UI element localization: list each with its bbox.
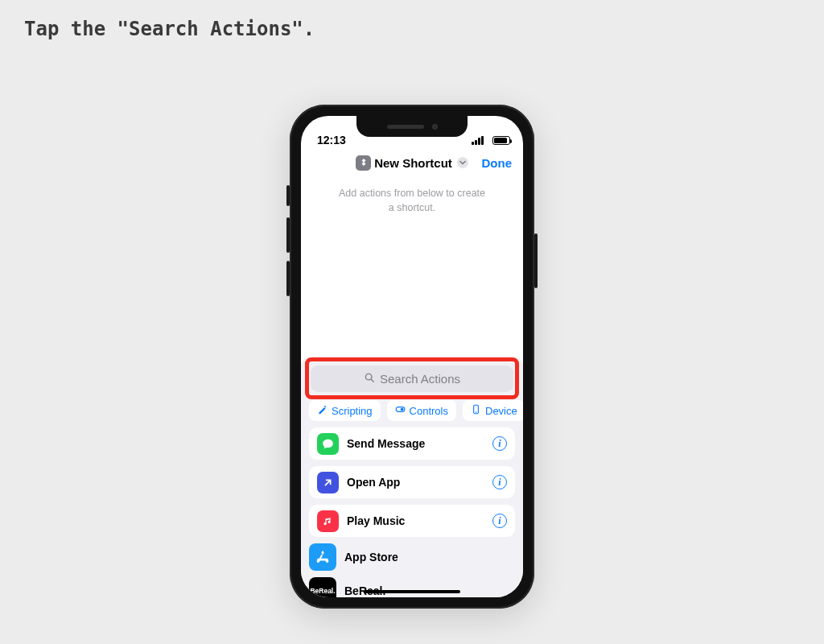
- app-appstore[interactable]: App Store: [309, 543, 515, 571]
- chip-device[interactable]: Device: [463, 400, 523, 421]
- app-bereal[interactable]: BeReal. BeReal.: [309, 577, 515, 597]
- wand-icon: [317, 404, 328, 417]
- side-button-power: [534, 233, 538, 288]
- svg-point-2: [400, 408, 403, 411]
- cellular-signal-icon: [472, 136, 484, 145]
- suggested-actions-list: Send Message i Open App i Play Music i: [301, 427, 523, 537]
- status-time: 12:13: [317, 134, 346, 147]
- canvas-hint-line: a shortcut.: [333, 201, 491, 216]
- info-icon[interactable]: i: [492, 475, 507, 489]
- speaker-grille: [387, 125, 424, 129]
- action-label: Open App: [347, 476, 484, 489]
- shortcut-title-button[interactable]: New Shortcut: [356, 155, 468, 171]
- search-actions-input[interactable]: Search Actions: [311, 365, 513, 392]
- action-send-message[interactable]: Send Message i: [309, 427, 515, 460]
- action-label: Send Message: [347, 437, 484, 450]
- home-indicator[interactable]: [364, 590, 460, 594]
- messages-icon: [317, 433, 339, 455]
- switch-icon: [395, 404, 406, 417]
- chip-label: Controls: [410, 405, 448, 417]
- chip-label: Scripting: [332, 405, 373, 417]
- category-chips: Scripting Controls Device: [301, 398, 523, 427]
- phone-icon: [471, 404, 481, 417]
- side-button-volume-up: [286, 217, 290, 253]
- nav-bar: New Shortcut Done: [301, 148, 523, 177]
- info-icon[interactable]: i: [492, 436, 507, 451]
- app-label: App Store: [344, 551, 515, 564]
- front-camera: [432, 124, 438, 130]
- info-icon[interactable]: i: [492, 514, 507, 528]
- canvas-hint-line: Add actions from below to create: [333, 187, 491, 201]
- action-play-music[interactable]: Play Music i: [309, 505, 515, 537]
- chip-label: Device: [485, 405, 517, 417]
- chip-scripting[interactable]: Scripting: [309, 400, 381, 421]
- open-app-icon: [317, 472, 339, 493]
- actions-sheet: Search Actions Scripting Controls Device: [301, 357, 523, 597]
- canvas-hint: Add actions from below to create a short…: [301, 177, 523, 215]
- side-button-volume-down: [286, 261, 290, 296]
- notch: [356, 116, 468, 137]
- shortcuts-icon: [356, 155, 371, 171]
- action-open-app[interactable]: Open App i: [309, 466, 515, 498]
- chip-controls[interactable]: Controls: [387, 400, 456, 421]
- chevron-down-icon: [457, 157, 468, 168]
- shortcut-title-label: New Shortcut: [374, 156, 452, 170]
- instruction-text: Tap the "Search Actions".: [24, 18, 315, 40]
- battery-icon: [492, 136, 510, 145]
- search-placeholder: Search Actions: [380, 372, 460, 386]
- search-icon: [364, 372, 375, 386]
- screen: 12:13 New Shortcut Done: [301, 116, 523, 597]
- side-button-silence: [286, 185, 290, 206]
- action-label: Play Music: [347, 514, 484, 527]
- music-icon: [317, 510, 339, 532]
- done-button[interactable]: Done: [482, 156, 513, 170]
- svg-point-4: [476, 411, 476, 412]
- appstore-icon: [309, 543, 336, 571]
- phone-frame: 12:13 New Shortcut Done: [290, 105, 534, 609]
- apps-list: App Store BeReal. BeReal.: [301, 537, 523, 597]
- bereal-icon: BeReal.: [309, 577, 336, 597]
